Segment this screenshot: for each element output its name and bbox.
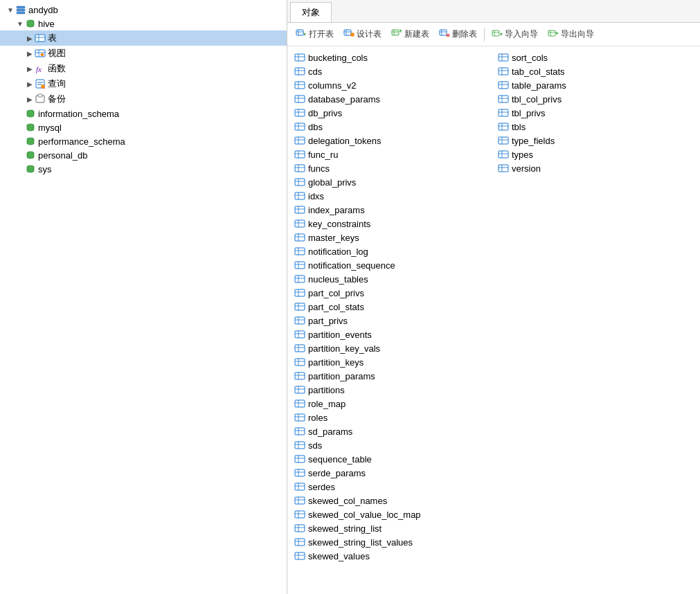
table-entry[interactable]: tbl_privs <box>494 106 697 120</box>
svg-rect-130 <box>295 428 305 435</box>
database-icon-pdb <box>25 150 36 161</box>
expand-arrow-andydb[interactable]: ▼ <box>6 5 15 15</box>
table-entry[interactable]: notification_log <box>290 244 494 258</box>
import-button[interactable]: 导入向导 <box>487 26 542 43</box>
table-entry[interactable]: type_fields <box>494 134 697 147</box>
sidebar-item-mysql[interactable]: ▶ mysql <box>0 120 287 134</box>
table-entry[interactable]: skewed_values <box>290 549 494 563</box>
table-entry[interactable]: master_keys <box>290 231 494 244</box>
svg-rect-151 <box>295 525 305 532</box>
table-name: partitions <box>308 385 345 395</box>
table-entry[interactable]: skewed_string_list_values <box>290 535 494 549</box>
table-entry[interactable]: func_ru <box>290 147 494 161</box>
table-entry[interactable]: part_privs <box>290 314 494 327</box>
table-entry[interactable]: delegation_tokens <box>290 134 494 147</box>
sidebar-item-sys[interactable]: ▶ sys <box>0 162 287 176</box>
tab-objects[interactable]: 对象 <box>290 2 332 22</box>
svg-rect-172 <box>499 109 508 116</box>
expand-arrow-tables[interactable]: ▶ <box>25 33 35 43</box>
sidebar-item-information-schema[interactable]: ▶ information_schema <box>0 107 287 120</box>
table-entry[interactable]: partition_keys <box>290 355 494 369</box>
export-button[interactable]: 导出向导 <box>544 26 598 43</box>
expand-arrow-funcs[interactable]: ▶ <box>25 64 35 73</box>
open-table-button[interactable]: 打开表 <box>291 26 338 43</box>
table-entry[interactable]: columns_v2 <box>290 78 494 92</box>
sidebar-item-personal-db[interactable]: ▶ personal_db <box>0 148 287 162</box>
svg-point-31 <box>351 33 355 37</box>
new-table-button[interactable]: + 新建表 <box>387 26 433 43</box>
svg-rect-73 <box>295 165 305 172</box>
table-icon <box>294 467 305 478</box>
table-entry[interactable]: types <box>494 147 697 161</box>
table-entry[interactable]: sequence_table <box>290 452 494 466</box>
table-icon <box>294 135 305 146</box>
table-entry[interactable]: index_params <box>290 203 494 217</box>
table-name: tab_col_stats <box>512 66 565 77</box>
expand-arrow-backup[interactable]: ▶ <box>25 94 35 104</box>
sidebar-item-performance-schema[interactable]: ▶ performance_schema <box>0 134 287 148</box>
sidebar-item-funcs[interactable]: ▶ fx 函数 <box>0 61 287 76</box>
expand-arrow-queries[interactable]: ▶ <box>25 79 35 89</box>
sidebar-item-backup[interactable]: ▶ 备份 <box>0 91 287 107</box>
table-entry[interactable]: skewed_col_names <box>290 494 494 507</box>
table-entry[interactable]: key_constraints <box>290 217 494 231</box>
sidebar-label-andydb: andydb <box>28 5 58 15</box>
table-icon <box>294 260 305 271</box>
svg-rect-1 <box>17 9 25 11</box>
sidebar-item-views[interactable]: ▶ 视图 <box>0 46 287 61</box>
svg-rect-49 <box>295 54 305 61</box>
sidebar-item-hive[interactable]: ▼ hive <box>0 17 287 30</box>
table-entry[interactable]: cds <box>290 64 494 78</box>
table-icon <box>294 343 305 354</box>
svg-text:+: + <box>399 28 402 35</box>
table-entry[interactable]: nucleus_tables <box>290 272 494 286</box>
table-icon <box>294 315 305 326</box>
sidebar-label-is: information_schema <box>38 109 119 119</box>
table-entry[interactable]: tab_col_stats <box>494 64 697 78</box>
table-entry[interactable]: database_params <box>290 92 494 106</box>
sidebar-item-tables[interactable]: ▶ 表 <box>0 30 287 46</box>
table-entry[interactable]: serdes <box>290 480 494 494</box>
table-entry[interactable]: partition_events <box>290 327 494 341</box>
funcs-icon: fx <box>35 63 46 74</box>
table-entry[interactable]: funcs <box>290 161 494 175</box>
svg-rect-118 <box>295 372 305 379</box>
table-icon <box>294 357 305 368</box>
table-entry[interactable]: skewed_col_value_loc_map <box>290 507 494 521</box>
table-entry[interactable]: sds <box>290 438 494 452</box>
table-entry[interactable]: partition_key_vals <box>290 341 494 355</box>
table-entry[interactable]: sd_params <box>290 424 494 438</box>
svg-rect-18 <box>38 94 42 97</box>
table-entry[interactable]: global_privs <box>290 175 494 189</box>
table-entry[interactable]: table_params <box>494 78 697 92</box>
expand-arrow-hive[interactable]: ▼ <box>15 19 25 28</box>
design-table-button[interactable]: 设计表 <box>339 26 386 43</box>
sidebar-item-queries[interactable]: ▶ 查询 <box>0 76 287 91</box>
table-name: part_col_stats <box>308 302 364 312</box>
table-entry[interactable]: skewed_string_list <box>290 521 494 535</box>
table-entry[interactable]: tbls <box>494 120 697 134</box>
delete-table-button[interactable]: 删除表 <box>435 26 481 43</box>
svg-point-10 <box>41 53 44 56</box>
table-entry[interactable]: partitions <box>290 383 494 397</box>
expand-arrow-views[interactable]: ▶ <box>25 48 35 58</box>
table-entry[interactable]: partition_params <box>290 369 494 383</box>
table-entry[interactable]: role_map <box>290 397 494 411</box>
table-entry[interactable]: bucketing_cols <box>290 51 494 64</box>
table-entry[interactable]: roles <box>290 411 494 424</box>
sidebar-item-andydb[interactable]: ▼ andydb <box>0 3 287 17</box>
table-name: tbls <box>512 122 526 132</box>
table-entry[interactable]: dbs <box>290 120 494 134</box>
table-icon <box>294 426 305 437</box>
table-entry[interactable]: db_privs <box>290 106 494 120</box>
table-entry[interactable]: version <box>494 161 697 175</box>
import-icon <box>492 28 503 41</box>
svg-rect-106 <box>295 317 305 324</box>
table-entry[interactable]: serde_params <box>290 466 494 480</box>
table-entry[interactable]: sort_cols <box>494 51 697 64</box>
table-entry[interactable]: part_col_stats <box>290 300 494 314</box>
table-entry[interactable]: part_col_privs <box>290 286 494 300</box>
table-entry[interactable]: notification_sequence <box>290 258 494 272</box>
table-entry[interactable]: tbl_col_privs <box>494 92 697 106</box>
table-entry[interactable]: idxs <box>290 189 494 203</box>
